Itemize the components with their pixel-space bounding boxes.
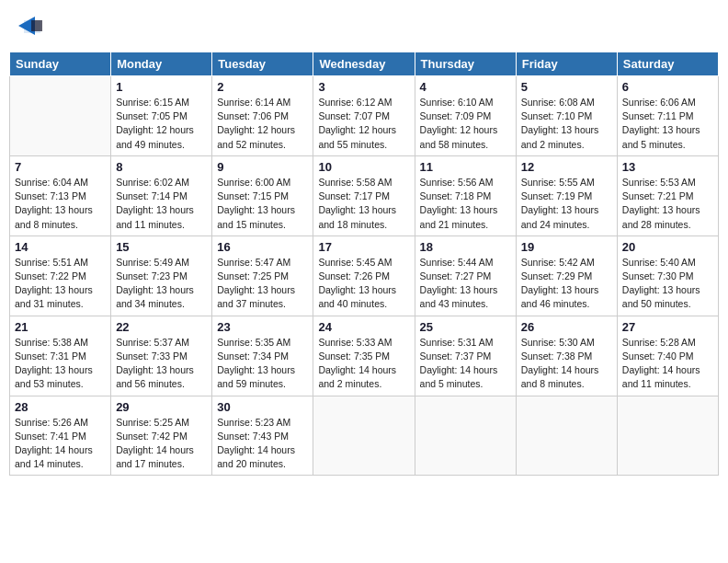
day-number: 13	[622, 160, 713, 174]
day-info: Sunrise: 5:38 AM Sunset: 7:31 PM Dayligh…	[15, 336, 106, 392]
day-number: 7	[15, 160, 106, 174]
day-info: Sunrise: 5:56 AM Sunset: 7:18 PM Dayligh…	[420, 176, 511, 232]
day-number: 4	[420, 80, 511, 94]
calendar-cell: 25Sunrise: 5:31 AM Sunset: 7:37 PM Dayli…	[415, 316, 516, 396]
day-number: 24	[318, 320, 409, 334]
day-info: Sunrise: 5:31 AM Sunset: 7:37 PM Dayligh…	[420, 336, 511, 392]
weekday-header-thursday: Thursday	[415, 52, 516, 76]
day-number: 18	[420, 240, 511, 254]
calendar-week-row: 7Sunrise: 6:04 AM Sunset: 7:13 PM Daylig…	[10, 155, 719, 236]
calendar-week-row: 21Sunrise: 5:38 AM Sunset: 7:31 PM Dayli…	[10, 316, 719, 396]
day-number: 17	[318, 240, 409, 254]
day-number: 28	[15, 400, 106, 414]
day-info: Sunrise: 5:26 AM Sunset: 7:41 PM Dayligh…	[15, 416, 106, 472]
day-number: 14	[15, 240, 106, 254]
weekday-header-sunday: Sunday	[10, 52, 111, 76]
day-number: 16	[217, 240, 308, 254]
day-number: 20	[622, 240, 713, 254]
day-info: Sunrise: 6:06 AM Sunset: 7:11 PM Dayligh…	[622, 96, 713, 152]
calendar-cell: 14Sunrise: 5:51 AM Sunset: 7:22 PM Dayli…	[10, 236, 111, 316]
day-info: Sunrise: 6:14 AM Sunset: 7:06 PM Dayligh…	[217, 96, 308, 152]
day-number: 21	[15, 320, 106, 334]
weekday-header-wednesday: Wednesday	[313, 52, 415, 76]
calendar-cell: 1Sunrise: 6:15 AM Sunset: 7:05 PM Daylig…	[111, 76, 212, 156]
svg-marker-3	[31, 20, 42, 31]
calendar-cell	[313, 396, 415, 476]
day-info: Sunrise: 5:53 AM Sunset: 7:21 PM Dayligh…	[622, 176, 713, 232]
day-info: Sunrise: 5:45 AM Sunset: 7:26 PM Dayligh…	[318, 256, 409, 312]
calendar-cell: 11Sunrise: 5:56 AM Sunset: 7:18 PM Dayli…	[415, 155, 516, 236]
day-info: Sunrise: 5:33 AM Sunset: 7:35 PM Dayligh…	[318, 336, 409, 392]
calendar-week-row: 1Sunrise: 6:15 AM Sunset: 7:05 PM Daylig…	[10, 76, 719, 156]
day-number: 29	[116, 400, 207, 414]
day-number: 27	[622, 320, 713, 334]
day-info: Sunrise: 6:00 AM Sunset: 7:15 PM Dayligh…	[217, 176, 308, 232]
calendar-cell: 15Sunrise: 5:49 AM Sunset: 7:23 PM Dayli…	[111, 236, 212, 316]
day-info: Sunrise: 5:44 AM Sunset: 7:27 PM Dayligh…	[420, 256, 511, 312]
day-info: Sunrise: 5:37 AM Sunset: 7:33 PM Dayligh…	[116, 336, 207, 392]
calendar-cell: 24Sunrise: 5:33 AM Sunset: 7:35 PM Dayli…	[313, 316, 415, 396]
day-info: Sunrise: 6:15 AM Sunset: 7:05 PM Dayligh…	[116, 96, 207, 152]
day-info: Sunrise: 5:30 AM Sunset: 7:38 PM Dayligh…	[521, 336, 612, 392]
calendar-cell: 23Sunrise: 5:35 AM Sunset: 7:34 PM Dayli…	[212, 316, 313, 396]
calendar-cell: 8Sunrise: 6:02 AM Sunset: 7:14 PM Daylig…	[111, 155, 212, 236]
day-info: Sunrise: 6:10 AM Sunset: 7:09 PM Dayligh…	[420, 96, 511, 152]
calendar-week-row: 28Sunrise: 5:26 AM Sunset: 7:41 PM Dayli…	[10, 396, 719, 476]
day-info: Sunrise: 5:51 AM Sunset: 7:22 PM Dayligh…	[15, 256, 106, 312]
day-number: 12	[521, 160, 612, 174]
day-number: 15	[116, 240, 207, 254]
day-info: Sunrise: 6:02 AM Sunset: 7:14 PM Dayligh…	[116, 176, 207, 232]
day-info: Sunrise: 5:28 AM Sunset: 7:40 PM Dayligh…	[622, 336, 713, 392]
day-number: 26	[521, 320, 612, 334]
weekday-header-friday: Friday	[516, 52, 617, 76]
day-number: 8	[116, 160, 207, 174]
calendar-header-row: SundayMondayTuesdayWednesdayThursdayFrid…	[10, 52, 719, 76]
calendar-cell: 18Sunrise: 5:44 AM Sunset: 7:27 PM Dayli…	[415, 236, 516, 316]
logo	[15, 13, 48, 42]
calendar-cell: 21Sunrise: 5:38 AM Sunset: 7:31 PM Dayli…	[10, 316, 111, 396]
day-number: 6	[622, 80, 713, 94]
calendar-cell: 19Sunrise: 5:42 AM Sunset: 7:29 PM Dayli…	[516, 236, 617, 316]
day-info: Sunrise: 5:35 AM Sunset: 7:34 PM Dayligh…	[217, 336, 308, 392]
day-number: 5	[521, 80, 612, 94]
page-header	[9, 9, 719, 46]
day-info: Sunrise: 5:58 AM Sunset: 7:17 PM Dayligh…	[318, 176, 409, 232]
day-info: Sunrise: 5:49 AM Sunset: 7:23 PM Dayligh…	[116, 256, 207, 312]
day-info: Sunrise: 5:40 AM Sunset: 7:30 PM Dayligh…	[622, 256, 713, 312]
day-info: Sunrise: 5:23 AM Sunset: 7:43 PM Dayligh…	[217, 416, 308, 472]
weekday-header-tuesday: Tuesday	[212, 52, 313, 76]
day-number: 10	[318, 160, 409, 174]
calendar-cell: 9Sunrise: 6:00 AM Sunset: 7:15 PM Daylig…	[212, 155, 313, 236]
day-number: 23	[217, 320, 308, 334]
calendar-cell	[617, 396, 718, 476]
day-number: 1	[116, 80, 207, 94]
calendar-cell	[516, 396, 617, 476]
calendar-cell: 6Sunrise: 6:06 AM Sunset: 7:11 PM Daylig…	[617, 76, 718, 156]
day-number: 25	[420, 320, 511, 334]
calendar-cell: 30Sunrise: 5:23 AM Sunset: 7:43 PM Dayli…	[212, 396, 313, 476]
calendar-cell: 4Sunrise: 6:10 AM Sunset: 7:09 PM Daylig…	[415, 76, 516, 156]
calendar-cell: 27Sunrise: 5:28 AM Sunset: 7:40 PM Dayli…	[617, 316, 718, 396]
calendar-cell: 22Sunrise: 5:37 AM Sunset: 7:33 PM Dayli…	[111, 316, 212, 396]
day-number: 30	[217, 400, 308, 414]
day-number: 19	[521, 240, 612, 254]
day-number: 11	[420, 160, 511, 174]
day-number: 2	[217, 80, 308, 94]
calendar-cell: 17Sunrise: 5:45 AM Sunset: 7:26 PM Dayli…	[313, 236, 415, 316]
day-info: Sunrise: 5:42 AM Sunset: 7:29 PM Dayligh…	[521, 256, 612, 312]
calendar-cell: 13Sunrise: 5:53 AM Sunset: 7:21 PM Dayli…	[617, 155, 718, 236]
weekday-header-saturday: Saturday	[617, 52, 718, 76]
calendar-cell: 10Sunrise: 5:58 AM Sunset: 7:17 PM Dayli…	[313, 155, 415, 236]
weekday-header-monday: Monday	[111, 52, 212, 76]
day-info: Sunrise: 6:08 AM Sunset: 7:10 PM Dayligh…	[521, 96, 612, 152]
calendar-cell: 26Sunrise: 5:30 AM Sunset: 7:38 PM Dayli…	[516, 316, 617, 396]
day-info: Sunrise: 6:12 AM Sunset: 7:07 PM Dayligh…	[318, 96, 409, 152]
calendar-cell	[415, 396, 516, 476]
day-number: 9	[217, 160, 308, 174]
calendar-cell: 28Sunrise: 5:26 AM Sunset: 7:41 PM Dayli…	[10, 396, 111, 476]
calendar-cell: 20Sunrise: 5:40 AM Sunset: 7:30 PM Dayli…	[617, 236, 718, 316]
day-info: Sunrise: 5:47 AM Sunset: 7:25 PM Dayligh…	[217, 256, 308, 312]
calendar-cell: 12Sunrise: 5:55 AM Sunset: 7:19 PM Dayli…	[516, 155, 617, 236]
day-info: Sunrise: 5:25 AM Sunset: 7:42 PM Dayligh…	[116, 416, 207, 472]
day-number: 3	[318, 80, 409, 94]
